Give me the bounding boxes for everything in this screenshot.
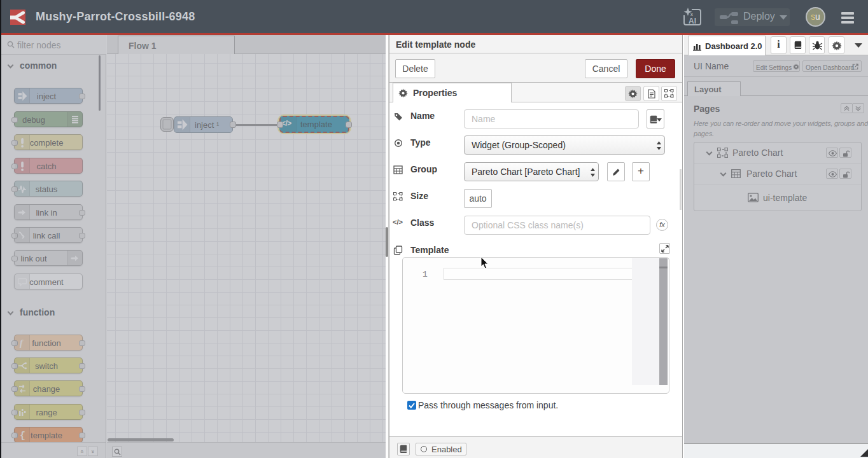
- svg-text:AI: AI: [689, 17, 696, 25]
- svg-text:x: x: [690, 12, 693, 17]
